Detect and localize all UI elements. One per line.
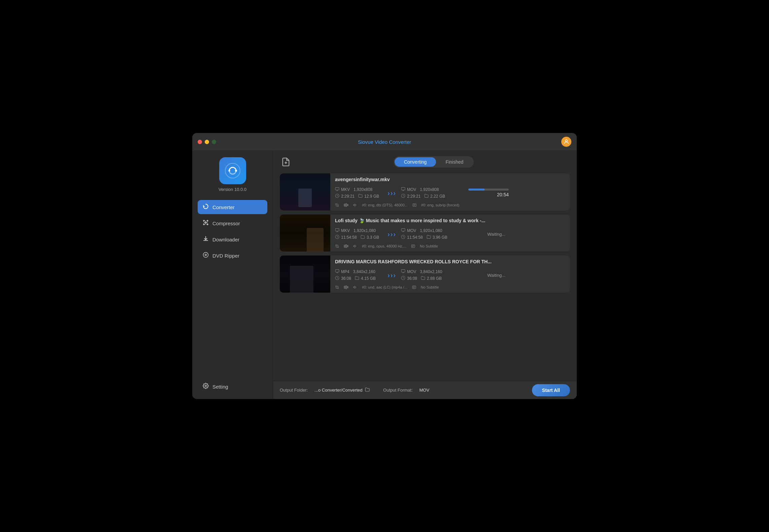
src-format: MKV <box>341 228 350 233</box>
progress-bar-fill <box>468 189 484 191</box>
app-logo-icon <box>219 157 246 184</box>
clock-icon <box>335 194 339 199</box>
dst-format-line: MOV 1,920x1,080 <box>401 228 462 233</box>
src-resolution: 1,920x808 <box>354 187 372 192</box>
dst-size: 3.96 GB <box>433 235 447 240</box>
tab-finished[interactable]: Finished <box>436 157 473 167</box>
sidebar-item-converter[interactable]: Converter <box>198 200 267 214</box>
progress-container: 20:54 <box>465 189 509 197</box>
sidebar-item-setting[interactable]: Setting <box>198 379 267 394</box>
dst-duration-line: 2:29:21 2.22 GB <box>401 194 462 199</box>
svg-rect-55 <box>347 287 348 288</box>
bottom-bar: Output Folder: ...o Converter/Converted … <box>273 381 577 399</box>
source-meta: MP4 3,840x2,160 36:08 <box>335 269 382 281</box>
svg-point-8 <box>203 224 204 225</box>
progress-time: 20:54 <box>497 192 509 197</box>
status-section: Waiting... <box>462 232 505 237</box>
dvd-ripper-icon <box>202 252 209 259</box>
subtitle-info: #0: eng, subrip (forced) <box>421 203 460 207</box>
version-label: Version 10.0.0 <box>219 187 246 192</box>
source-meta: MKV 1,920x808 2:29:21 <box>335 187 382 199</box>
clock-icon <box>335 276 339 281</box>
src-size: 4.15 GB <box>361 276 376 281</box>
sidebar: Version 10.0.0 Converter <box>192 151 273 399</box>
audio-label <box>353 285 357 289</box>
start-all-button[interactable]: Start All <box>532 384 570 396</box>
minimize-button[interactable] <box>205 140 209 144</box>
titlebar: Siovue Video Converter <box>192 133 577 151</box>
svg-point-10 <box>203 253 208 258</box>
src-size: 3.3 GB <box>367 235 379 240</box>
dst-format-line: MOV 3,840x2,160 <box>401 269 462 274</box>
output-meta: MOV 1,920x1,080 11:54:58 <box>401 228 462 240</box>
folder-icon <box>358 194 363 199</box>
tab-group: Converting Finished <box>394 156 474 168</box>
bars-icon-item <box>344 203 348 207</box>
file-info: avengersinfinitywar.mkv MKV 1,920x808 <box>330 173 570 210</box>
status-section: 20:54 <box>462 189 509 197</box>
file-list: avengersinfinitywar.mkv MKV 1,920x808 <box>273 173 577 381</box>
audio-label <box>353 244 357 248</box>
svg-point-7 <box>207 220 208 221</box>
svg-rect-39 <box>346 244 346 247</box>
src-format-line: MKV 1,920x1,080 <box>335 228 382 233</box>
close-button[interactable] <box>198 140 202 144</box>
format-icon <box>335 269 339 274</box>
dst-duration: 11:54:58 <box>407 235 423 240</box>
subtitle-icon <box>412 285 416 289</box>
tab-converting[interactable]: Converting <box>395 157 436 167</box>
dst-format: MOV <box>407 228 416 233</box>
sidebar-item-downloader[interactable]: Downloader <box>198 232 267 246</box>
dst-resolution: 1,920x1,080 <box>420 228 442 233</box>
crop-icon-item <box>335 285 339 289</box>
clock-icon <box>335 235 339 240</box>
sidebar-item-dvd-ripper[interactable]: DVD Ripper <box>198 248 267 263</box>
profile-icon[interactable] <box>561 137 571 147</box>
file-extras: #0: eng, dts (DTS), 48000... #0: eng, su… <box>335 203 565 207</box>
progress-bar-bg <box>468 189 509 191</box>
folder-inline-icon <box>365 388 370 393</box>
bars-icon-item <box>344 244 348 248</box>
dst-format-icon <box>401 187 405 192</box>
svg-rect-45 <box>335 270 339 272</box>
sidebar-item-compressor[interactable]: Compressor <box>198 216 267 230</box>
main-window: Siovue Video Converter <box>192 133 577 399</box>
file-info: Lofi study 🍃 Music that makes u more ins… <box>330 214 570 252</box>
svg-rect-40 <box>347 245 348 247</box>
svg-point-6 <box>203 220 204 221</box>
svg-point-3 <box>228 170 230 172</box>
file-thumbnail <box>280 256 330 293</box>
crop-icon-item <box>335 244 339 248</box>
svg-point-2 <box>235 170 237 172</box>
folder-icon <box>355 276 359 281</box>
dst-size: 2.88 GB <box>427 276 442 281</box>
src-format-line: MKV 1,920x808 <box>335 187 382 192</box>
converter-label: Converter <box>212 204 235 210</box>
file-extras: #0: eng, opus, 48000 Hz,... No Subtitle <box>335 244 565 248</box>
dst-folder-icon <box>421 276 425 281</box>
dst-size: 2.22 GB <box>430 194 445 199</box>
dst-format: MOV <box>407 269 416 274</box>
main-header: Converting Finished <box>273 151 577 173</box>
file-extras: #0: und, aac (LC) (mp4a /... No Subtitle <box>335 285 565 289</box>
add-file-button[interactable] <box>280 156 292 168</box>
output-folder-value: ...o Converter/Converted <box>314 388 370 393</box>
svg-rect-19 <box>401 188 405 190</box>
svg-point-0 <box>565 140 567 142</box>
subtitle-info: No Subtitle <box>421 285 439 289</box>
svg-rect-34 <box>401 229 405 231</box>
svg-point-11 <box>205 254 207 256</box>
src-format: MP4 <box>341 269 349 274</box>
svg-rect-57 <box>412 286 416 289</box>
svg-rect-30 <box>335 229 339 231</box>
dst-clock-icon <box>401 276 405 281</box>
output-folder-label: Output Folder: <box>280 388 308 393</box>
setting-label: Setting <box>212 384 228 390</box>
app-logo: Version 10.0.0 <box>198 157 267 192</box>
dst-format-icon <box>401 269 405 274</box>
compressor-label: Compressor <box>212 221 240 226</box>
dst-clock-icon <box>401 194 405 199</box>
window-title: Siovue Video Converter <box>358 139 411 145</box>
subtitle-icon <box>412 203 416 207</box>
file-title: avengersinfinitywar.mkv <box>335 177 565 182</box>
